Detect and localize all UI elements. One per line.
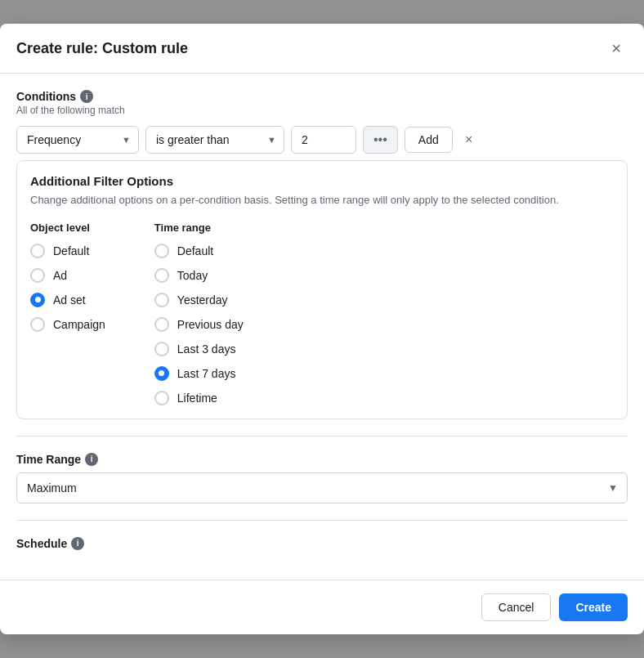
time-range-last-3-days[interactable]: Last 3 days	[154, 342, 244, 356]
time-range-lifetime[interactable]: Lifetime	[154, 391, 244, 405]
time-range-yesterday-radio[interactable]	[154, 293, 169, 307]
divider-2	[16, 520, 628, 521]
object-level-radio-group: Default Ad Ad set	[30, 244, 105, 332]
time-range-today-label: Today	[177, 269, 208, 282]
time-range-select[interactable]: Maximum Today Yesterday Last 7 days Last…	[16, 472, 628, 504]
object-level-column: Object level Default Ad	[30, 222, 105, 405]
time-range-select-wrapper: Maximum Today Yesterday Last 7 days Last…	[16, 472, 628, 504]
value-input[interactable]	[291, 126, 356, 154]
time-range-yesterday[interactable]: Yesterday	[154, 293, 244, 307]
time-range-section-label: Time Range i	[16, 453, 628, 466]
conditions-section: Conditions i All of the following match …	[16, 90, 628, 419]
object-level-adset-label: Ad set	[53, 293, 86, 307]
time-range-yesterday-label: Yesterday	[177, 293, 228, 307]
time-range-section: Time Range i Maximum Today Yesterday Las…	[16, 453, 628, 504]
condition-remove-button[interactable]: ×	[459, 130, 479, 150]
modal-overlay[interactable]: Create rule: Custom rule × Conditions i …	[0, 0, 644, 658]
operator-select-wrapper: is greater than is less than equals is b…	[145, 126, 284, 154]
time-range-today-radio[interactable]	[154, 268, 169, 283]
conditions-sublabel: All of the following match	[16, 105, 628, 116]
object-level-default-radio[interactable]	[30, 244, 45, 258]
filter-box-description: Change additional options on a per-condi…	[30, 193, 614, 208]
time-range-last-7-days[interactable]: Last 7 days	[154, 366, 244, 381]
modal-close-button[interactable]: ×	[605, 37, 628, 60]
object-level-ad-label: Ad	[53, 269, 67, 282]
time-range-lifetime-label: Lifetime	[177, 392, 217, 405]
object-level-campaign-radio[interactable]	[30, 317, 45, 332]
operator-select[interactable]: is greater than is less than equals is b…	[145, 126, 284, 154]
additional-filter-box: Additional Filter Options Change additio…	[16, 160, 628, 419]
filter-box-title: Additional Filter Options	[30, 174, 614, 188]
time-range-default-label: Default	[177, 244, 213, 257]
time-range-previous-day-label: Previous day	[177, 318, 244, 331]
modal-container: Create rule: Custom rule × Conditions i …	[0, 24, 644, 633]
time-range-previous-day-radio[interactable]	[154, 317, 169, 332]
divider-1	[16, 436, 628, 436]
object-level-ad[interactable]: Ad	[30, 268, 105, 283]
time-range-radio-group: Default Today Yesterday	[154, 244, 244, 405]
cancel-button[interactable]: Cancel	[481, 593, 552, 621]
modal-title: Create rule: Custom rule	[16, 40, 188, 57]
frequency-select[interactable]: Frequency Impressions Clicks Spend CTR C…	[16, 126, 139, 154]
modal-header: Create rule: Custom rule ×	[0, 24, 644, 74]
more-options-button[interactable]: •••	[363, 126, 398, 154]
time-range-today[interactable]: Today	[154, 268, 244, 283]
time-range-last-3-days-radio[interactable]	[154, 342, 169, 356]
time-range-column: Time range Default Today	[154, 222, 244, 405]
time-range-last-7-days-label: Last 7 days	[177, 367, 236, 380]
more-dots-icon: •••	[373, 132, 387, 147]
object-level-adset[interactable]: Ad set	[30, 293, 105, 307]
time-range-heading: Time range	[154, 222, 244, 234]
object-level-adset-radio[interactable]	[30, 293, 45, 307]
conditions-info-icon[interactable]: i	[80, 90, 93, 103]
time-range-last-7-days-radio[interactable]	[154, 366, 169, 381]
object-level-ad-radio[interactable]	[30, 268, 45, 283]
schedule-info-icon[interactable]: i	[71, 537, 84, 550]
filter-columns: Object level Default Ad	[30, 222, 614, 405]
modal-body: Conditions i All of the following match …	[0, 74, 644, 579]
time-range-default[interactable]: Default	[154, 244, 244, 258]
condition-row: Frequency Impressions Clicks Spend CTR C…	[16, 126, 628, 154]
object-level-campaign[interactable]: Campaign	[30, 317, 105, 332]
add-button[interactable]: Add	[405, 127, 453, 153]
object-level-campaign-label: Campaign	[53, 318, 105, 331]
time-range-previous-day[interactable]: Previous day	[154, 317, 244, 332]
remove-icon: ×	[465, 132, 472, 147]
schedule-label: Schedule i	[16, 537, 628, 550]
frequency-select-wrapper: Frequency Impressions Clicks Spend CTR C…	[16, 126, 139, 154]
modal-footer: Cancel Create	[0, 580, 644, 634]
time-range-info-icon[interactable]: i	[85, 453, 98, 466]
create-button[interactable]: Create	[559, 593, 628, 621]
schedule-section: Schedule i	[16, 537, 628, 550]
object-level-heading: Object level	[30, 222, 105, 234]
object-level-default[interactable]: Default	[30, 244, 105, 258]
time-range-last-3-days-label: Last 3 days	[177, 342, 236, 356]
time-range-lifetime-radio[interactable]	[154, 391, 169, 405]
object-level-default-label: Default	[53, 244, 89, 257]
conditions-label: Conditions i	[16, 90, 628, 103]
time-range-default-radio[interactable]	[154, 244, 169, 258]
